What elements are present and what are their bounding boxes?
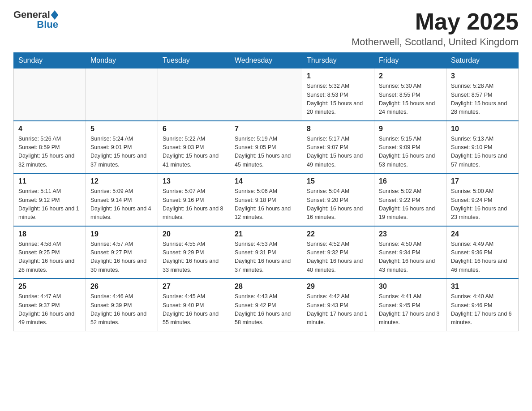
location-subtitle: Motherwell, Scotland, United Kingdom (352, 36, 519, 48)
day-number: 7 (235, 125, 297, 133)
calendar-day-cell: 29Sunrise: 4:42 AM Sunset: 9:43 PM Dayli… (302, 278, 374, 331)
calendar-day-cell: 9Sunrise: 5:15 AM Sunset: 9:09 PM Daylig… (374, 121, 446, 174)
day-number: 5 (90, 125, 153, 133)
day-number: 14 (235, 177, 297, 185)
logo: General Blue (13, 9, 58, 30)
day-info: Sunrise: 5:02 AM Sunset: 9:22 PM Dayligh… (379, 187, 442, 222)
calendar-day-cell: 16Sunrise: 5:02 AM Sunset: 9:22 PM Dayli… (374, 173, 446, 226)
day-info: Sunrise: 5:28 AM Sunset: 8:57 PM Dayligh… (451, 82, 514, 117)
day-info: Sunrise: 4:57 AM Sunset: 9:27 PM Dayligh… (90, 240, 153, 275)
day-number: 18 (18, 230, 81, 238)
calendar-day-cell: 10Sunrise: 5:13 AM Sunset: 9:10 PM Dayli… (446, 121, 519, 174)
day-number: 19 (90, 230, 153, 238)
calendar-day-cell: 2Sunrise: 5:30 AM Sunset: 8:55 PM Daylig… (374, 68, 446, 121)
calendar-day-cell (86, 68, 158, 121)
day-number: 30 (379, 283, 442, 291)
calendar-day-cell: 20Sunrise: 4:55 AM Sunset: 9:29 PM Dayli… (158, 226, 230, 279)
calendar-header-sunday: Sunday (14, 53, 86, 68)
day-info: Sunrise: 5:24 AM Sunset: 9:01 PM Dayligh… (90, 135, 153, 170)
calendar-day-cell: 19Sunrise: 4:57 AM Sunset: 9:27 PM Dayli… (86, 226, 158, 279)
calendar-day-cell: 12Sunrise: 5:09 AM Sunset: 9:14 PM Dayli… (86, 173, 158, 226)
calendar-day-cell (230, 68, 302, 121)
calendar-day-cell: 3Sunrise: 5:28 AM Sunset: 8:57 PM Daylig… (446, 68, 519, 121)
calendar-header-row: SundayMondayTuesdayWednesdayThursdayFrid… (14, 53, 519, 68)
day-info: Sunrise: 5:11 AM Sunset: 9:12 PM Dayligh… (18, 187, 81, 222)
calendar-week-row: 1Sunrise: 5:32 AM Sunset: 8:53 PM Daylig… (14, 68, 519, 121)
calendar-day-cell (158, 68, 230, 121)
calendar-day-cell: 18Sunrise: 4:58 AM Sunset: 9:25 PM Dayli… (14, 226, 86, 279)
calendar-week-row: 25Sunrise: 4:47 AM Sunset: 9:37 PM Dayli… (14, 278, 519, 331)
day-info: Sunrise: 5:15 AM Sunset: 9:09 PM Dayligh… (379, 135, 442, 170)
day-info: Sunrise: 4:42 AM Sunset: 9:43 PM Dayligh… (307, 292, 369, 327)
calendar-header-tuesday: Tuesday (158, 53, 230, 68)
day-number: 31 (451, 283, 514, 291)
calendar-header-monday: Monday (86, 53, 158, 68)
day-info: Sunrise: 5:09 AM Sunset: 9:14 PM Dayligh… (90, 187, 153, 222)
day-number: 23 (379, 230, 442, 238)
day-number: 21 (235, 230, 297, 238)
day-number: 27 (163, 283, 225, 291)
day-info: Sunrise: 5:06 AM Sunset: 9:18 PM Dayligh… (235, 187, 297, 222)
calendar-day-cell (14, 68, 86, 121)
day-info: Sunrise: 4:55 AM Sunset: 9:29 PM Dayligh… (163, 240, 225, 275)
calendar-day-cell: 4Sunrise: 5:26 AM Sunset: 8:59 PM Daylig… (14, 121, 86, 174)
day-info: Sunrise: 4:58 AM Sunset: 9:25 PM Dayligh… (18, 240, 81, 275)
month-year-title: May 2025 (352, 9, 519, 34)
calendar-header-thursday: Thursday (302, 53, 374, 68)
day-number: 15 (307, 177, 369, 185)
day-number: 10 (451, 125, 514, 133)
calendar-day-cell: 8Sunrise: 5:17 AM Sunset: 9:07 PM Daylig… (302, 121, 374, 174)
day-info: Sunrise: 5:30 AM Sunset: 8:55 PM Dayligh… (379, 82, 442, 117)
day-info: Sunrise: 4:47 AM Sunset: 9:37 PM Dayligh… (18, 292, 81, 327)
day-info: Sunrise: 5:04 AM Sunset: 9:20 PM Dayligh… (307, 187, 369, 222)
day-number: 29 (307, 283, 369, 291)
day-number: 22 (307, 230, 369, 238)
page-header: General Blue May 2025 Motherwell, Scotla… (13, 9, 519, 48)
day-number: 17 (451, 177, 514, 185)
calendar-day-cell: 30Sunrise: 4:41 AM Sunset: 9:45 PM Dayli… (374, 278, 446, 331)
title-block: May 2025 Motherwell, Scotland, United Ki… (352, 9, 519, 48)
calendar-day-cell: 31Sunrise: 4:40 AM Sunset: 9:46 PM Dayli… (446, 278, 519, 331)
day-number: 11 (18, 177, 81, 185)
day-number: 16 (379, 177, 442, 185)
day-info: Sunrise: 4:49 AM Sunset: 9:36 PM Dayligh… (451, 240, 514, 275)
calendar-week-row: 4Sunrise: 5:26 AM Sunset: 8:59 PM Daylig… (14, 121, 519, 174)
calendar-day-cell: 5Sunrise: 5:24 AM Sunset: 9:01 PM Daylig… (86, 121, 158, 174)
calendar-day-cell: 25Sunrise: 4:47 AM Sunset: 9:37 PM Dayli… (14, 278, 86, 331)
day-number: 1 (307, 72, 369, 80)
day-number: 13 (163, 177, 225, 185)
calendar-day-cell: 13Sunrise: 5:07 AM Sunset: 9:16 PM Dayli… (158, 173, 230, 226)
day-number: 12 (90, 177, 153, 185)
calendar-day-cell: 21Sunrise: 4:53 AM Sunset: 9:31 PM Dayli… (230, 226, 302, 279)
day-info: Sunrise: 4:50 AM Sunset: 9:34 PM Dayligh… (379, 240, 442, 275)
day-info: Sunrise: 5:13 AM Sunset: 9:10 PM Dayligh… (451, 135, 514, 170)
day-info: Sunrise: 5:00 AM Sunset: 9:24 PM Dayligh… (451, 187, 514, 222)
day-info: Sunrise: 5:26 AM Sunset: 8:59 PM Dayligh… (18, 135, 81, 170)
day-info: Sunrise: 4:53 AM Sunset: 9:31 PM Dayligh… (235, 240, 297, 275)
calendar-header-friday: Friday (374, 53, 446, 68)
day-info: Sunrise: 4:52 AM Sunset: 9:32 PM Dayligh… (307, 240, 369, 275)
calendar-day-cell: 7Sunrise: 5:19 AM Sunset: 9:05 PM Daylig… (230, 121, 302, 174)
day-info: Sunrise: 5:19 AM Sunset: 9:05 PM Dayligh… (235, 135, 297, 170)
day-number: 26 (90, 283, 153, 291)
day-info: Sunrise: 4:45 AM Sunset: 9:40 PM Dayligh… (163, 292, 225, 327)
day-info: Sunrise: 5:22 AM Sunset: 9:03 PM Dayligh… (163, 135, 225, 170)
calendar-day-cell: 14Sunrise: 5:06 AM Sunset: 9:18 PM Dayli… (230, 173, 302, 226)
day-number: 20 (163, 230, 225, 238)
day-number: 9 (379, 125, 442, 133)
calendar-day-cell: 6Sunrise: 5:22 AM Sunset: 9:03 PM Daylig… (158, 121, 230, 174)
day-info: Sunrise: 5:17 AM Sunset: 9:07 PM Dayligh… (307, 135, 369, 170)
calendar-day-cell: 23Sunrise: 4:50 AM Sunset: 9:34 PM Dayli… (374, 226, 446, 279)
day-number: 3 (451, 72, 514, 80)
day-number: 25 (18, 283, 81, 291)
calendar-table: SundayMondayTuesdayWednesdayThursdayFrid… (13, 52, 519, 331)
calendar-week-row: 18Sunrise: 4:58 AM Sunset: 9:25 PM Dayli… (14, 226, 519, 279)
calendar-day-cell: 17Sunrise: 5:00 AM Sunset: 9:24 PM Dayli… (446, 173, 519, 226)
calendar-day-cell: 28Sunrise: 4:43 AM Sunset: 9:42 PM Dayli… (230, 278, 302, 331)
calendar-day-cell: 22Sunrise: 4:52 AM Sunset: 9:32 PM Dayli… (302, 226, 374, 279)
logo-blue-text: Blue (37, 19, 58, 30)
day-info: Sunrise: 4:40 AM Sunset: 9:46 PM Dayligh… (451, 292, 514, 327)
day-info: Sunrise: 5:32 AM Sunset: 8:53 PM Dayligh… (307, 82, 369, 117)
calendar-header-saturday: Saturday (446, 53, 519, 68)
calendar-week-row: 11Sunrise: 5:11 AM Sunset: 9:12 PM Dayli… (14, 173, 519, 226)
